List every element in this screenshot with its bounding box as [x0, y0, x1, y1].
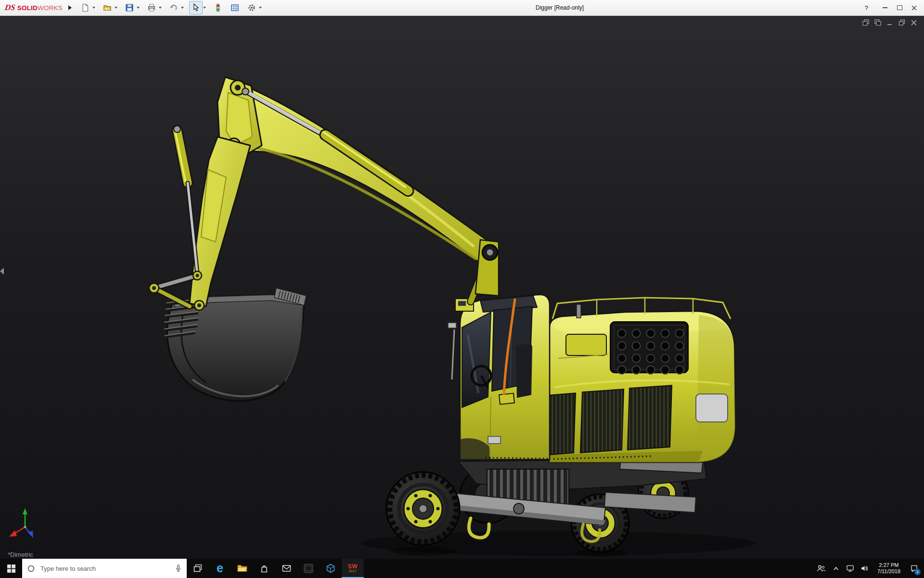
quick-toolbar — [78, 1, 266, 14]
doc-restore-icon[interactable] — [898, 19, 906, 26]
open-button[interactable] — [101, 1, 114, 14]
options-button[interactable] — [245, 1, 258, 14]
taskbar-app-3d[interactable] — [320, 559, 342, 578]
cortana-icon — [27, 565, 35, 573]
select-tool-button[interactable] — [189, 1, 203, 14]
design-table-button[interactable] — [228, 1, 242, 14]
engine-grille-top — [610, 322, 688, 374]
taskbar-app-edge[interactable]: e — [209, 559, 231, 578]
titlebar: DSSOLIDWORKS — [0, 0, 924, 16]
view-orientation-label: *Dimetric — [8, 551, 33, 558]
orientation-triad — [9, 508, 33, 538]
print-dropdown-caret[interactable] — [159, 7, 162, 9]
doc-minimize-icon[interactable] — [886, 19, 894, 26]
bucket-cylinder[interactable] — [174, 126, 197, 274]
dark-utility-app-icon — [304, 564, 313, 573]
mirror — [448, 323, 456, 328]
select-cursor-icon — [192, 3, 200, 12]
boom-base-bracket[interactable] — [475, 240, 499, 296]
open-dropdown-caret[interactable] — [115, 7, 117, 9]
show-hidden-icons-chevron[interactable] — [830, 559, 842, 578]
taskbar-app-file-explorer[interactable] — [231, 559, 253, 578]
undo-icon — [169, 3, 178, 12]
task-view-icon — [193, 564, 202, 573]
close-button[interactable] — [907, 1, 921, 14]
system-tray: 2:27 PM 7/11/2018 2 — [815, 559, 924, 578]
taskbar-app-mail[interactable] — [275, 559, 297, 578]
collapse-panel-arrow-icon[interactable] — [0, 268, 4, 275]
solidworks-app-icon: SW 2017 — [348, 564, 358, 573]
edge-icon: e — [217, 562, 223, 574]
options-dropdown-caret[interactable] — [259, 7, 262, 9]
print-icon — [147, 3, 156, 12]
cab[interactable] — [448, 295, 550, 460]
3d-cube-app-icon — [326, 564, 335, 573]
windows-logo-icon — [7, 565, 15, 573]
clock-time: 2:27 PM — [877, 562, 900, 568]
excavator-model[interactable] — [0, 15, 924, 559]
undo-dropdown-caret[interactable] — [181, 7, 184, 9]
exhaust-stack — [577, 304, 581, 318]
design-table-icon — [231, 3, 239, 12]
rebuild-button[interactable] — [211, 1, 225, 14]
clock-date: 7/11/2018 — [877, 568, 900, 575]
ds-logo-icon: DS — [4, 3, 16, 13]
microphone-icon[interactable] — [175, 564, 182, 573]
rear-access-panel — [696, 394, 728, 422]
print-button[interactable] — [145, 1, 158, 14]
window-previous-icon[interactable] — [862, 19, 870, 26]
doc-close-icon[interactable] — [910, 19, 918, 26]
seat — [516, 344, 532, 398]
window-next-icon[interactable] — [874, 19, 882, 26]
volume-icon[interactable] — [859, 559, 871, 578]
start-button[interactable] — [0, 559, 22, 578]
side-vents — [538, 385, 672, 456]
taskbar-search[interactable] — [22, 559, 187, 578]
open-folder-icon — [103, 3, 112, 12]
people-icon[interactable] — [815, 559, 828, 578]
save-dropdown-caret[interactable] — [137, 7, 140, 9]
mail-icon — [282, 565, 291, 572]
save-button[interactable] — [123, 1, 136, 14]
mirror-post — [452, 329, 454, 380]
taskbar-app-store[interactable] — [253, 559, 275, 578]
minimize-button[interactable] — [878, 1, 892, 14]
new-document-icon — [81, 3, 90, 12]
store-icon — [260, 564, 269, 573]
cab-step — [488, 436, 500, 444]
stick-arm[interactable] — [190, 137, 250, 306]
windows-taskbar: e SW 2017 2:27 PM 7/11/20 — [0, 559, 924, 578]
taskbar-clock[interactable]: 2:27 PM 7/11/2018 — [873, 562, 905, 575]
close-icon — [911, 5, 917, 11]
graphics-viewport[interactable]: *Dimetric — [0, 15, 924, 559]
select-dropdown-caret[interactable] — [203, 7, 206, 9]
windshield — [462, 312, 491, 407]
front-left-wheel[interactable] — [386, 472, 460, 545]
toolbar-expand-arrow-icon[interactable] — [68, 5, 72, 10]
brand-works: WORKS — [38, 4, 63, 12]
new-document-button[interactable] — [78, 1, 92, 14]
maximize-button[interactable] — [892, 1, 907, 14]
rebuild-stoplight-icon — [214, 3, 222, 12]
taskbar-app-dark-utility[interactable] — [297, 559, 320, 578]
titlebar-controls: ? — [865, 1, 924, 14]
brand-solid: SOLID — [17, 4, 38, 12]
document-title: Digger [Read-only] — [536, 4, 584, 11]
save-floppy-icon — [125, 3, 134, 12]
engine-house[interactable] — [538, 298, 735, 462]
notification-badge: 2 — [914, 569, 921, 575]
undo-button[interactable] — [167, 1, 180, 14]
boom[interactable] — [218, 77, 492, 263]
task-view-button[interactable] — [187, 559, 209, 578]
document-window-controls — [862, 19, 918, 26]
search-input[interactable] — [39, 565, 170, 573]
file-explorer-icon — [237, 564, 247, 573]
options-gear-icon — [247, 3, 256, 12]
help-button[interactable]: ? — [865, 4, 868, 12]
network-icon[interactable] — [844, 559, 857, 578]
taskbar-app-solidworks[interactable]: SW 2017 — [342, 559, 364, 578]
new-dropdown-caret[interactable] — [92, 7, 95, 9]
action-center-button[interactable]: 2 — [907, 559, 921, 578]
solidworks-logo: DSSOLIDWORKS — [0, 3, 63, 13]
